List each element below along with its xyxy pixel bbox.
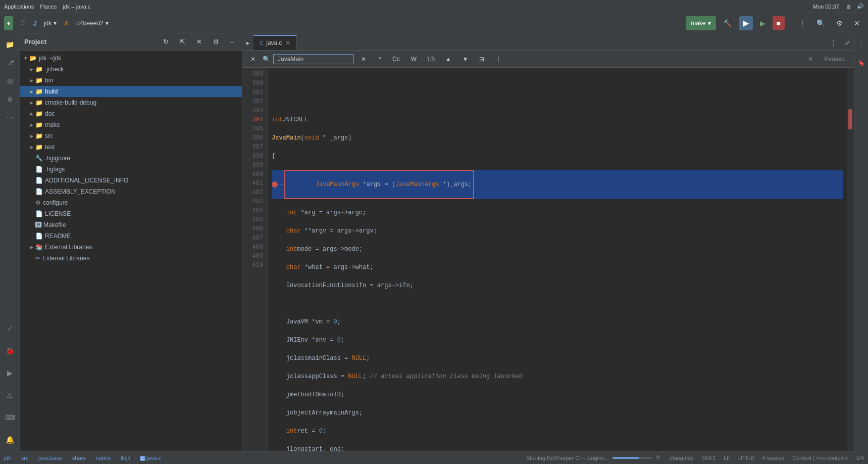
project-selector[interactable]: jdk ▾ [40, 16, 61, 30]
code-line-391: int JNICALL [272, 115, 843, 124]
breadcrumb-item-javabase[interactable]: java.base [38, 455, 62, 461]
tree-item-jcheck[interactable]: ▸ 📁 .jcheck [20, 64, 242, 75]
vcs-icon[interactable]: ⎇ [3, 56, 17, 70]
tree-item-makefile[interactable]: ▸ 🅼 Makefile [20, 219, 242, 230]
tree-item-test[interactable]: ▸ 📁 test [20, 142, 242, 153]
editor-fullscreen-btn[interactable]: ⤢ [841, 36, 854, 50]
folder-icon: 📁 [35, 88, 43, 95]
code-line-390 [272, 97, 843, 106]
plugins-icon[interactable]: ⊕ [3, 92, 17, 106]
todo-icon[interactable]: ✓ [3, 321, 17, 336]
folder-icon: 📁 [35, 121, 43, 128]
debug-btn[interactable]: ▶ [739, 16, 753, 30]
tree-item-configure[interactable]: ▸ ⚙ configure [20, 197, 242, 208]
stop-btn[interactable]: ■ [773, 16, 785, 30]
close-tab-btn[interactable]: ✕ [285, 39, 290, 47]
context-info[interactable]: Context | <no context> [792, 455, 848, 461]
file-icon: 📄 [35, 166, 43, 173]
tree-item-hgignore[interactable]: ▸ 🔧 .hgignore [20, 153, 242, 164]
search-filter-btn[interactable]: ⊟ [475, 52, 488, 66]
status-right: Starting ReSharper C++ Engine... ↻ .clan… [526, 454, 864, 461]
editor-tab-java-c[interactable]: C java.c ✕ [253, 35, 297, 50]
sync-btn[interactable]: ↻ [159, 35, 173, 49]
lib-icon: 📚 [35, 244, 43, 251]
breadcrumb-item-jdk[interactable]: jdk [4, 455, 11, 461]
search-everywhere-btn[interactable]: 🔍 [812, 16, 829, 30]
toggle-tree-btn[interactable]: ▸ [242, 36, 253, 50]
run-icon[interactable]: ▶ [3, 366, 17, 380]
project-view-icon[interactable]: 📁 [3, 37, 17, 52]
tree-item-build[interactable]: ▸ 📁 build [20, 86, 242, 97]
encoding[interactable]: UTF-8 [738, 455, 754, 461]
more-tools-icon[interactable]: ⋯ [3, 110, 17, 124]
terminal-icon[interactable]: ⌨ [3, 410, 17, 425]
search-clear-btn[interactable]: ✕ [357, 52, 370, 66]
breadcrumb-item-native[interactable]: native [96, 455, 111, 461]
more-actions-btn[interactable]: ⋮ [795, 16, 809, 30]
tree-item-cmake[interactable]: ▸ 📁 cmake-build-debug [20, 97, 242, 108]
refresh-icon: ↻ [656, 454, 660, 461]
search-regex-btn[interactable]: .* [373, 52, 385, 66]
debug-icon[interactable]: 🐞 [3, 344, 17, 358]
folder-icon: 📁 [35, 99, 43, 106]
run-coverage-btn[interactable]: ▶ [756, 16, 770, 30]
search-next-btn[interactable]: ▼ [458, 52, 473, 66]
tree-item-doc[interactable]: ▸ 📁 doc [20, 108, 242, 119]
breadcrumb-item-file[interactable]: C java.c [140, 455, 161, 461]
breadcrumb-item-libjli[interactable]: libjli [121, 455, 130, 461]
file-icon: 📄 [35, 210, 43, 217]
progress-bar [612, 457, 653, 459]
code-line-401: JavaVM *vm = 0; [272, 317, 843, 327]
search-close-right-btn[interactable]: ✕ [804, 52, 817, 66]
code-line-407: int ret = 0; [272, 427, 843, 436]
settings-btn[interactable]: ⚙ [832, 16, 847, 30]
app-menu[interactable]: Applications [4, 4, 34, 10]
tree-item-license[interactable]: ▸ 📄 LICENSE [20, 208, 242, 219]
hamburger-btn[interactable]: ☰ [16, 16, 30, 30]
tree-item-bin[interactable]: ▸ 📁 bin [20, 75, 242, 86]
tree-item-ext-libs[interactable]: ▸ 📚 External Libraries [20, 242, 242, 253]
tree-root[interactable]: ▾ 📂 jdk ~/jdk [20, 53, 242, 64]
code-line-406: jobjectArray mainArgs; [272, 408, 843, 417]
search-options-btn[interactable]: ⋮ [491, 52, 505, 66]
line-ending[interactable]: LF [724, 455, 730, 461]
cursor-position[interactable]: 394:1 [702, 455, 716, 461]
places-menu[interactable]: Places [40, 4, 57, 10]
project-icon-btn[interactable]: ♦ [4, 16, 13, 30]
search-input[interactable] [273, 54, 354, 64]
notifications-icon[interactable]: 🔔 [3, 433, 17, 447]
tree-item-hgtags[interactable]: ▸ 📄 .hgtags [20, 164, 242, 175]
volume-icon: 🔊 [857, 3, 864, 10]
tree-item-assembly[interactable]: ▸ 📄 ASSEMBLY_EXCEPTION [20, 186, 242, 197]
breadcrumb-item-share[interactable]: share [72, 455, 86, 461]
editor-more-btn[interactable]: ⋮ [827, 36, 841, 50]
code-line-394: → JavaMainArgs *args = (JavaMainArgs *)_… [272, 170, 843, 199]
tree-item-src[interactable]: ▸ 📁 src [20, 130, 242, 142]
search-close-btn[interactable]: ✕ [246, 52, 260, 66]
search-word-btn[interactable]: W [407, 52, 421, 66]
tree-item-make[interactable]: ▸ 📁 make [20, 119, 242, 130]
arrow-marker: → [279, 180, 283, 189]
close-panel-btn[interactable]: ✕ [192, 35, 206, 49]
tree-item-readme[interactable]: ▸ 📄 README [20, 230, 242, 242]
make-run-btn[interactable]: make ▾ [686, 16, 716, 30]
tree-item-license-info[interactable]: ▸ 📄 ADDITIONAL_LICENSE_INFO [20, 175, 242, 186]
close-ide-btn[interactable]: ✕ [850, 16, 864, 30]
vcs-changes-icon[interactable]: ↕ [854, 37, 869, 52]
search-case-btn[interactable]: Cc [388, 52, 404, 66]
build-btn[interactable]: 🔨 [719, 16, 736, 30]
structure-icon[interactable]: ⊞ [3, 74, 17, 88]
collapse-all-btn[interactable]: ⇱ [176, 35, 189, 49]
clang-tidy[interactable]: .clang-tidy [669, 455, 694, 461]
bookmark-icon[interactable]: 🔖 [854, 56, 869, 70]
gear-panel-btn[interactable]: ⚙ [209, 35, 223, 49]
breadcrumb-item-src[interactable]: src [21, 455, 29, 461]
indent-info[interactable]: 4 spaces [762, 455, 784, 461]
project-tree: ▾ 📂 jdk ~/jdk ▸ 📁 .jcheck ▸ 📁 bin ▸ 📁 bu… [20, 51, 242, 451]
search-prev-btn[interactable]: ▲ [441, 52, 455, 66]
problems-icon[interactable]: ⚠ [3, 388, 17, 402]
hide-panel-btn[interactable]: – [226, 35, 238, 49]
code-content[interactable]: int JNICALL JavaMain(void * _args) { → J… [268, 68, 847, 451]
branch-selector[interactable]: d4beeed2 ▾ [72, 16, 112, 30]
tree-item-scratches[interactable]: ▸ ✏ External Libraries [20, 253, 242, 264]
